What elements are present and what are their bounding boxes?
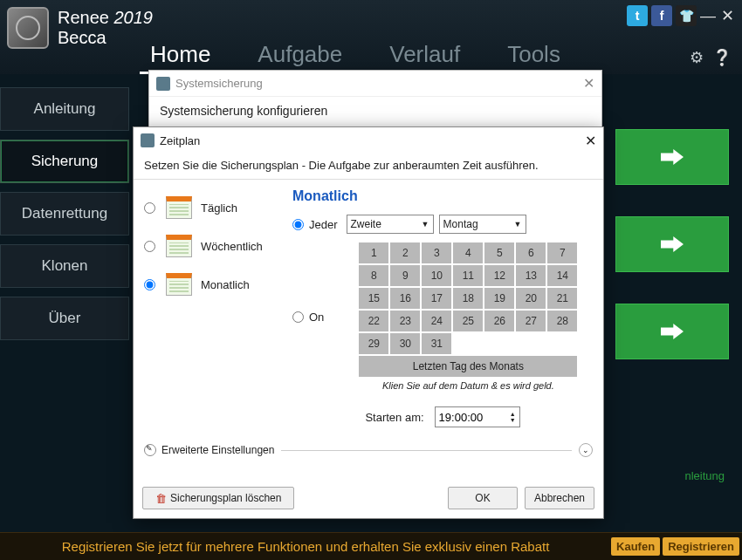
action-panel-1[interactable] bbox=[615, 129, 729, 185]
close-icon[interactable]: ✕ bbox=[585, 133, 596, 149]
calendar-day[interactable]: 12 bbox=[484, 265, 514, 286]
radio-weekly[interactable] bbox=[144, 241, 155, 252]
label-monthly: Monatlich bbox=[201, 278, 250, 291]
calendar-last-day[interactable]: Letzten Tag des Monats bbox=[359, 356, 577, 377]
radio-jeder[interactable] bbox=[292, 219, 304, 230]
calendar-day[interactable]: 8 bbox=[359, 265, 388, 286]
calendar-day[interactable]: 20 bbox=[516, 288, 546, 309]
sidebar-item-klonen[interactable]: Klonen bbox=[0, 244, 129, 288]
calendar-day[interactable]: 17 bbox=[422, 288, 451, 309]
calendar-day[interactable]: 15 bbox=[359, 288, 388, 309]
period-daily[interactable]: Täglich bbox=[144, 188, 292, 227]
calendar-day[interactable]: 19 bbox=[484, 288, 514, 309]
link-anleitung[interactable]: nleitung bbox=[684, 469, 725, 482]
arrow-right-icon bbox=[661, 236, 684, 252]
select-weekday[interactable]: Montag ▼ bbox=[439, 215, 526, 234]
select-ordinal[interactable]: Zweite ▼ bbox=[347, 215, 434, 234]
app-name: Renee bbox=[58, 8, 109, 27]
label-weekly: Wöchentlich bbox=[201, 240, 263, 253]
delete-icon: 🗑 bbox=[155, 492, 167, 505]
window-controls: t f 👕 — ✕ bbox=[627, 5, 735, 26]
calendar-day[interactable]: 28 bbox=[547, 311, 577, 331]
calendar-day[interactable]: 16 bbox=[390, 288, 420, 309]
buy-button[interactable]: Kaufen bbox=[611, 537, 660, 556]
calendar-day[interactable]: 21 bbox=[547, 288, 577, 309]
period-weekly[interactable]: Wöchentlich bbox=[144, 227, 292, 265]
advanced-row[interactable]: Erweiterte Einstellungen ⌄ bbox=[144, 443, 593, 457]
radio-on[interactable] bbox=[292, 311, 304, 323]
gear-icon[interactable]: ⚙ bbox=[690, 48, 704, 67]
dialog-titlebar[interactable]: Zeitplan ✕ bbox=[134, 127, 603, 154]
radio-daily[interactable] bbox=[144, 202, 155, 214]
delete-plan-button[interactable]: 🗑 Sicherungsplan löschen bbox=[142, 487, 294, 509]
calendar-day[interactable]: 14 bbox=[547, 265, 577, 286]
calendar-day[interactable]: 23 bbox=[390, 311, 420, 331]
help-icon[interactable]: ❔ bbox=[712, 48, 732, 67]
calendar-day[interactable]: 4 bbox=[453, 242, 483, 263]
sidebar-item-anleitung[interactable]: Anleitung bbox=[0, 87, 129, 131]
period-monthly[interactable]: Monatlich bbox=[144, 265, 292, 304]
app-subtitle: Becca bbox=[58, 28, 106, 47]
calendar-day[interactable]: 1 bbox=[359, 242, 388, 263]
calendar: 1234567891011121314151617181920212223242… bbox=[359, 242, 577, 391]
action-panel-2[interactable] bbox=[615, 216, 729, 272]
period-column: Täglich Wöchentlich Monatlich bbox=[144, 188, 292, 427]
calendar-weekly-icon bbox=[166, 235, 192, 257]
option-on-row: On 1234567891011121314151617181920212223… bbox=[292, 242, 593, 391]
delete-plan-label: Sicherungsplan löschen bbox=[170, 492, 281, 504]
time-spinner[interactable]: ▲▼ bbox=[510, 411, 516, 423]
calendar-day[interactable]: 7 bbox=[547, 242, 577, 263]
twitter-icon[interactable]: t bbox=[627, 5, 648, 26]
sidebar-item-datenrettung[interactable]: Datenrettung bbox=[0, 192, 129, 236]
calendar-day[interactable]: 13 bbox=[516, 265, 546, 286]
chevron-down-icon: ▼ bbox=[514, 220, 522, 229]
section-title: Monatlich bbox=[292, 188, 593, 204]
ok-button[interactable]: OK bbox=[448, 487, 518, 509]
calendar-day[interactable]: 11 bbox=[453, 265, 483, 286]
calendar-day[interactable]: 9 bbox=[390, 265, 420, 286]
time-input[interactable]: ▲▼ bbox=[435, 406, 520, 427]
chevron-up-icon[interactable]: ▲ bbox=[510, 411, 516, 417]
sidebar-item-uber[interactable]: Über bbox=[0, 297, 129, 340]
calendar-day[interactable]: 22 bbox=[359, 311, 388, 331]
start-time-row: Starten am: ▲▼ bbox=[292, 406, 593, 427]
facebook-icon[interactable]: f bbox=[651, 5, 672, 26]
calendar-day[interactable]: 27 bbox=[516, 311, 546, 331]
calendar-day[interactable]: 29 bbox=[359, 333, 388, 354]
tab-aufgabe[interactable]: Aufgabe bbox=[247, 38, 353, 74]
app-year: 2019 bbox=[114, 8, 154, 27]
expand-icon[interactable]: ⌄ bbox=[579, 443, 593, 457]
time-field[interactable] bbox=[439, 411, 491, 424]
option-jeder-row: Jeder Zweite ▼ Montag ▼ bbox=[292, 215, 593, 234]
sidebar-item-sicherung[interactable]: Sicherung bbox=[0, 140, 129, 183]
calendar-day[interactable]: 10 bbox=[422, 265, 451, 286]
calendar-day[interactable]: 25 bbox=[453, 311, 483, 331]
main-nav: Home Aufgabe Verlauf Tools bbox=[140, 38, 571, 74]
dialog-icon bbox=[156, 77, 170, 91]
dialog-subtitle: Systemsicherung konfigurieren bbox=[149, 97, 601, 125]
calendar-day[interactable]: 2 bbox=[390, 242, 420, 263]
close-icon[interactable]: ✕ bbox=[583, 75, 594, 92]
calendar-day[interactable]: 26 bbox=[484, 311, 514, 331]
radio-monthly[interactable] bbox=[144, 279, 155, 290]
calendar-grid: 1234567891011121314151617181920212223242… bbox=[359, 242, 577, 354]
calendar-day[interactable]: 24 bbox=[422, 311, 451, 331]
register-button[interactable]: Registrieren bbox=[663, 537, 739, 556]
tab-tools[interactable]: Tools bbox=[497, 38, 571, 74]
arrow-right-icon bbox=[661, 324, 684, 339]
calendar-day[interactable]: 5 bbox=[484, 242, 514, 263]
minimize-icon[interactable]: — bbox=[700, 7, 716, 25]
calendar-day[interactable]: 31 bbox=[422, 333, 451, 354]
tab-home[interactable]: Home bbox=[140, 38, 221, 74]
calendar-day[interactable]: 18 bbox=[453, 288, 483, 309]
calendar-day[interactable]: 30 bbox=[390, 333, 420, 354]
chevron-down-icon[interactable]: ▼ bbox=[510, 417, 516, 423]
action-panel-3[interactable] bbox=[615, 304, 729, 359]
calendar-day[interactable]: 3 bbox=[422, 242, 451, 263]
close-icon[interactable]: ✕ bbox=[719, 6, 735, 25]
calendar-day[interactable]: 6 bbox=[516, 242, 546, 263]
shirt-icon[interactable]: 👕 bbox=[676, 5, 697, 26]
cancel-button[interactable]: Abbrechen bbox=[525, 487, 594, 509]
tab-verlauf[interactable]: Verlauf bbox=[379, 38, 471, 74]
label-jeder: Jeder bbox=[309, 218, 338, 231]
